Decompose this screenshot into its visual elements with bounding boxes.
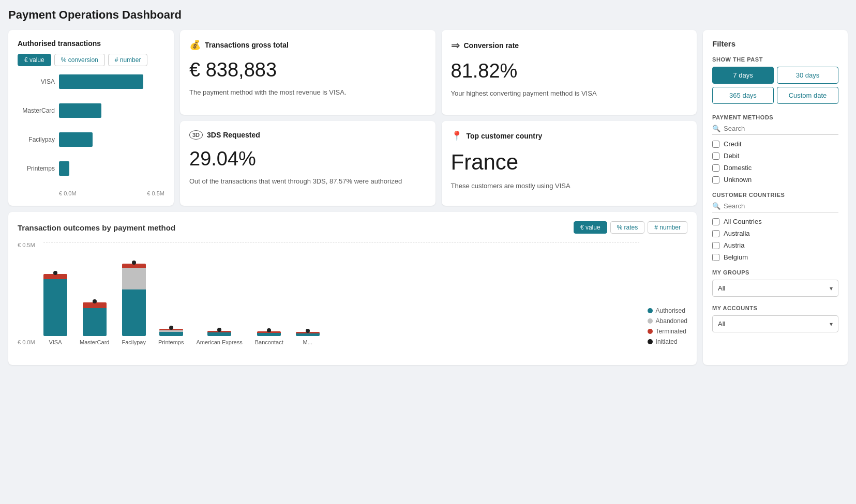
dot-initiated: [132, 261, 136, 265]
period-custom[interactable]: Custom date: [777, 87, 838, 104]
payment-methods-label: PAYMENT METHODS: [712, 114, 838, 120]
axis-min: € 0.0M: [59, 190, 77, 196]
legend-initiated: Initiated: [648, 338, 687, 345]
bar-row-printemps: Printemps: [18, 161, 164, 176]
gross-card-title: 💰 Transactions gross total: [189, 39, 426, 51]
conversion-card-title: ⇒ Conversion rate: [451, 39, 688, 52]
tds-card-title: 3D 3DS Requested: [189, 130, 426, 140]
bar-fill: [59, 161, 69, 176]
checkbox-australia[interactable]: [712, 230, 719, 237]
payment-search-icon: 🔍: [712, 125, 720, 132]
label-all-countries: All Countries: [724, 218, 762, 225]
period-30days[interactable]: 30 days: [777, 67, 838, 84]
payment-option-debit[interactable]: Debit: [712, 152, 838, 160]
country-option-australia[interactable]: Australia: [712, 230, 838, 237]
payment-option-domestic[interactable]: Domestic: [712, 164, 838, 172]
checkbox-unknown[interactable]: [712, 176, 719, 184]
seg-authorized: [296, 333, 320, 336]
top-country-description: These customers are mostly using VISA: [451, 181, 688, 191]
y-axis-top: € 0.5M: [18, 242, 35, 248]
outcomes-chart-container: € 0.5M € 0.0M VISA: [18, 242, 687, 356]
stacked-bar-facilypay: [122, 264, 146, 336]
my-groups-dropdown[interactable]: All ▾: [712, 280, 838, 297]
dot-initiated: [53, 271, 57, 275]
bar-track: [59, 132, 164, 147]
outcomes-toggle-number[interactable]: # number: [648, 221, 687, 234]
checkbox-credit[interactable]: [712, 141, 719, 148]
top-country-title: 📍 Top customer country: [451, 130, 688, 142]
auth-toggle-conversion[interactable]: % conversion: [54, 54, 105, 66]
col3-stack: ⇒ Conversion rate 81.82% Your highest co…: [442, 30, 697, 206]
period-7days[interactable]: 7 days: [712, 67, 774, 84]
outcomes-toggle-rates[interactable]: % rates: [610, 221, 645, 234]
y-axis: € 0.5M € 0.0M: [18, 242, 43, 356]
country-option-all[interactable]: All Countries: [712, 218, 838, 225]
bar-row-facilypay: Facilypay: [18, 132, 164, 147]
bar-row-visa: VISA: [18, 74, 164, 89]
gross-description: The payment method with the most revenue…: [189, 87, 426, 98]
dot-initiated: [267, 328, 271, 332]
arrow-icon: ⇒: [451, 39, 460, 52]
bar-track: [59, 74, 164, 89]
dot-initiated: [306, 329, 310, 333]
chart-xlabel-visa: VISA: [49, 339, 62, 345]
legend-abandoned: Abandoned: [648, 317, 687, 325]
payment-option-credit[interactable]: Credit: [712, 140, 838, 148]
auth-card-title: Authorised transactions: [18, 39, 164, 48]
legend-label-initiated: Initiated: [656, 338, 678, 345]
legend-label-authorized: Authorised: [656, 307, 685, 314]
my-accounts-dropdown[interactable]: All ▾: [712, 315, 838, 332]
stacked-bar-visa: [43, 274, 67, 336]
legend-label-abandoned: Abandoned: [656, 317, 687, 325]
outcomes-toggles: € value % rates # number: [574, 221, 687, 234]
seg-authorized: [43, 279, 67, 336]
label-belgium: Belgium: [724, 253, 748, 261]
my-accounts-label: MY ACCOUNTS: [712, 305, 838, 311]
y-axis-bottom: € 0.0M: [18, 339, 35, 345]
checkbox-austria[interactable]: [712, 242, 719, 249]
country-search-input[interactable]: [724, 202, 838, 210]
checkbox-domestic[interactable]: [712, 164, 719, 172]
seg-authorized: [122, 289, 146, 336]
country-option-austria[interactable]: Austria: [712, 241, 838, 249]
seg-authorized: [207, 332, 231, 336]
label-unknown: Unknown: [724, 176, 752, 184]
bar-axis: € 0.0M € 0.5M: [18, 190, 164, 196]
chart-xlabel-mastercard: MasterCard: [80, 339, 109, 345]
auth-toggle-value[interactable]: € value: [18, 54, 51, 66]
label-credit: Credit: [724, 140, 742, 148]
auth-toggle-number[interactable]: # number: [108, 54, 148, 66]
auth-toggle-group: € value % conversion # number: [18, 54, 164, 66]
chart-xlabel-printemps: Printemps: [158, 339, 184, 345]
chevron-down-icon: ▾: [830, 285, 833, 292]
bar-fill: [59, 103, 101, 118]
stacked-bar-printemps: [159, 329, 183, 336]
period-365days[interactable]: 365 days: [712, 87, 774, 104]
checkbox-belgium[interactable]: [712, 254, 719, 261]
bar-fill: [59, 132, 93, 147]
outcomes-toggle-value[interactable]: € value: [574, 221, 607, 234]
payment-option-unknown[interactable]: Unknown: [712, 176, 838, 184]
my-groups-value: All: [718, 284, 725, 292]
payment-search-input[interactable]: [724, 125, 838, 132]
bar-label: Facilypay: [18, 136, 55, 143]
bar-label: VISA: [18, 78, 55, 85]
legend-terminated: Terminated: [648, 328, 687, 335]
seg-authorized: [257, 333, 281, 336]
label-domestic: Domestic: [724, 164, 752, 172]
axis-max: € 0.5M: [147, 190, 164, 196]
dot-initiated: [93, 299, 97, 303]
bar-row-mastercard: MasterCard: [18, 103, 164, 118]
chart-group-bancontact: Bancontact: [255, 331, 283, 345]
legend-dot-initiated: [648, 339, 653, 344]
legend-dot-terminated: [648, 329, 653, 334]
page-title: Payment Operations Dashboard: [8, 8, 848, 22]
country-option-belgium[interactable]: Belgium: [712, 253, 838, 261]
location-icon: 📍: [451, 130, 462, 142]
checkbox-debit[interactable]: [712, 152, 719, 160]
gross-title-text: Transactions gross total: [205, 41, 289, 49]
bar-track: [59, 161, 164, 176]
checkbox-all-countries[interactable]: [712, 218, 719, 225]
col2-stack: 💰 Transactions gross total € 838,883 The…: [180, 30, 435, 206]
conversion-card: ⇒ Conversion rate 81.82% Your highest co…: [442, 30, 697, 115]
